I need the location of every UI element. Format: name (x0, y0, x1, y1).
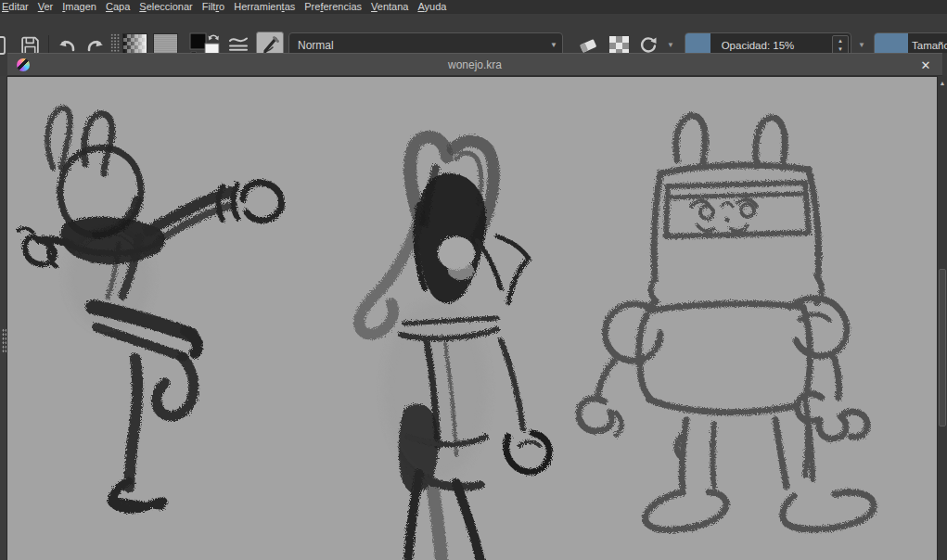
redo-icon (85, 36, 106, 55)
vertical-scrollbar[interactable]: ▲ (937, 76, 947, 560)
scrollbar-up-icon[interactable]: ▲ (938, 78, 947, 89)
menu-item-imagen[interactable]: Imagen (58, 0, 101, 14)
foreground-color-swatch (190, 33, 206, 49)
scrollbar-thumb[interactable] (939, 269, 946, 426)
canvas-viewport[interactable] (7, 76, 937, 560)
sketch-rabbit-slouching (359, 137, 549, 560)
blending-mode-value: Normal (289, 39, 545, 52)
splitter-handle[interactable] (2, 328, 6, 352)
menu-item-herramientas[interactable]: Herramientas (229, 0, 300, 14)
chevron-down-icon[interactable]: ▼ (858, 41, 865, 49)
menu-bar: Editar Ver Imagen Capa Seleccionar Filtr… (0, 0, 947, 14)
docker-splitter (0, 76, 7, 560)
menu-item-ventana[interactable]: Ventana (366, 0, 413, 14)
undo-icon (57, 36, 77, 55)
menu-item-capa[interactable]: Capa (101, 0, 134, 14)
document-title-bar[interactable]: wonejo.kra ✕ (7, 53, 942, 76)
swap-colors-icon (209, 35, 219, 40)
spinner-down-icon: ▼ (838, 46, 843, 52)
menu-item-preferencias[interactable]: Preferencias (300, 0, 366, 14)
sketch-rabbit-robot-suit (579, 116, 874, 530)
close-document-button[interactable]: ✕ (916, 56, 935, 74)
close-icon: ✕ (921, 58, 931, 72)
spinner-up-icon: ▲ (838, 38, 843, 44)
toolbar: Normal ▼ ▼ Opacidad: 15% ▲ ▼ (0, 14, 947, 53)
menu-item-seleccionar[interactable]: Seleccionar (134, 0, 197, 14)
chevron-down-icon[interactable]: ▼ (667, 41, 674, 49)
mdi-background (942, 53, 947, 76)
menu-item-ver[interactable]: Ver (33, 0, 58, 14)
opacity-spinner[interactable]: ▲ ▼ (832, 35, 849, 55)
document-title: wonejo.kra (7, 58, 942, 71)
menu-item-ayuda[interactable]: Ayuda (413, 0, 451, 14)
menu-item-filtro[interactable]: Filtro (198, 0, 229, 14)
chevron-down-icon: ▼ (545, 41, 562, 49)
menu-item-editar[interactable]: Editar (0, 0, 33, 14)
sketch-rabbit-dancing (19, 108, 282, 509)
canvas-sketch (7, 77, 937, 560)
